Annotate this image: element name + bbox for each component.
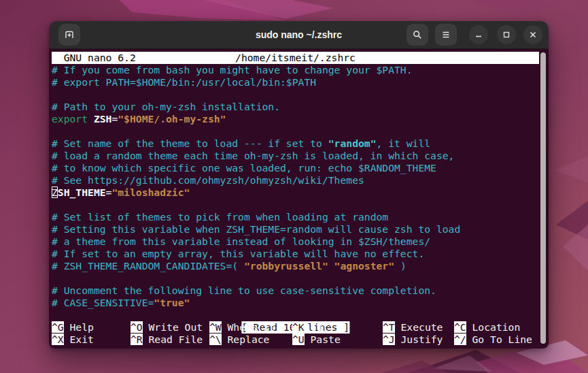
code-segment: # Set list of themes to pick from when l… bbox=[52, 211, 388, 223]
close-button[interactable] bbox=[523, 25, 542, 44]
new-tab-icon bbox=[64, 29, 75, 40]
code-segment: "true" bbox=[154, 297, 190, 308]
shortcut-label: Replace bbox=[222, 334, 270, 345]
shortcut-row: ^X Exit^R Read File^\ Replace^U Paste^J … bbox=[52, 334, 539, 346]
code-segment: # Set name of the theme to load --- if s… bbox=[52, 137, 328, 149]
editor-line: # export PATH=$HOME/bin:/usr/local/bin:$… bbox=[52, 76, 539, 88]
nano-shortcut: ^C Location bbox=[454, 321, 520, 334]
shortcut-label: Justify bbox=[395, 334, 443, 345]
status-row: [ Read 102 lines ] bbox=[52, 309, 539, 321]
code-segment: # ZSH_THEME_RANDOM_CANDIDATES=( bbox=[52, 260, 244, 272]
shortcut-key: ^\ bbox=[209, 334, 222, 345]
shortcut-rows: ^G Help^O Write Out^W Where Is^K Cut^T E… bbox=[52, 321, 539, 346]
editor-line: # a theme from this variable instead of … bbox=[52, 236, 539, 248]
maximize-icon bbox=[502, 30, 511, 39]
shortcut-key: ^U bbox=[292, 334, 305, 345]
shortcut-key: ^C bbox=[454, 321, 466, 333]
shortcut-key: ^/ bbox=[454, 334, 466, 345]
close-icon bbox=[528, 30, 538, 39]
editor-line: # ZSH_THEME_RANDOM_CANDIDATES=( "robbyru… bbox=[52, 260, 539, 272]
editor-line: ZSH_THEME="miloshadzic" bbox=[52, 186, 539, 199]
nano-shortcut: ^T Execute bbox=[383, 321, 443, 334]
code-segment: "robbyrussell" bbox=[244, 260, 328, 272]
maximize-button[interactable] bbox=[497, 25, 516, 44]
nano-editor: GNU nano 6.2 /home/itsmeit/.zshrc # If y… bbox=[52, 52, 539, 346]
terminal-scrollbar[interactable] bbox=[540, 52, 546, 344]
shortcut-label: Paste bbox=[305, 334, 341, 345]
file-path-label: /home/itsmeit/.zshrc bbox=[52, 52, 539, 64]
terminal-window: sudo nano ~/.zshrc bbox=[49, 21, 549, 348]
shortcut-label: Help bbox=[64, 321, 94, 333]
editor-line bbox=[52, 272, 539, 285]
code-segment: # load a random theme each time oh-my-zs… bbox=[52, 150, 454, 161]
nano-shortcut: ^U Paste bbox=[292, 334, 341, 346]
shortcut-label: Write Out bbox=[143, 321, 203, 333]
shortcut-key: ^G bbox=[52, 321, 64, 333]
editor-line: # Set list of themes to pick from when l… bbox=[52, 211, 539, 223]
shortcut-label: Execute bbox=[395, 321, 443, 333]
code-segment bbox=[328, 260, 334, 272]
code-segment: "agnoster" bbox=[334, 260, 394, 272]
editor-line: # to know which specific one was loaded,… bbox=[52, 162, 539, 174]
shortcut-label: Where Is bbox=[222, 321, 276, 333]
editor-line: # Uncomment the following line to use ca… bbox=[52, 285, 539, 297]
editor-line: # Set name of the theme to load --- if s… bbox=[52, 137, 539, 150]
code-segment: # See https://github.com/ohmyzsh/ohmyzsh… bbox=[52, 174, 364, 186]
terminal-screen[interactable]: GNU nano 6.2 /home/itsmeit/.zshrc # If y… bbox=[49, 49, 549, 348]
menu-button[interactable] bbox=[435, 24, 457, 46]
nano-shortcut: ^R Read File bbox=[131, 334, 203, 346]
nano-shortcut: ^X Exit bbox=[52, 334, 94, 346]
shortcut-key: ^O bbox=[131, 321, 143, 333]
search-button[interactable] bbox=[407, 24, 428, 46]
code-segment: # If you come from bash you might have t… bbox=[52, 64, 413, 76]
code-segment: export bbox=[52, 113, 88, 125]
code-segment bbox=[88, 113, 94, 125]
minimize-button[interactable] bbox=[469, 25, 488, 44]
shortcut-key: ^R bbox=[131, 334, 143, 345]
code-segment: # Path to your oh-my-zsh installation. bbox=[52, 101, 280, 112]
code-segment: # Uncomment the following line to use ca… bbox=[52, 285, 436, 296]
shortcut-key: ^T bbox=[383, 321, 395, 333]
code-segment: # a theme from this variable instead of … bbox=[52, 236, 430, 247]
code-segment: ) bbox=[394, 260, 407, 272]
shortcut-label: Cut bbox=[305, 321, 328, 333]
shortcut-key: ^J bbox=[383, 334, 395, 345]
shortcut-label: Exit bbox=[64, 334, 94, 345]
editor-line bbox=[52, 125, 539, 137]
text-cursor: Z bbox=[52, 186, 58, 198]
editor-line: # Path to your oh-my-zsh installation. bbox=[52, 101, 539, 113]
editor-line: # CASE_SENSITIVE="true" bbox=[52, 297, 539, 309]
nano-shortcut: ^K Cut bbox=[292, 321, 328, 334]
code-segment: "random" bbox=[328, 137, 377, 149]
editor-lines: # If you come from bash you might have t… bbox=[52, 64, 539, 309]
shortcut-key: ^W bbox=[209, 321, 222, 333]
shortcut-label: Go To Line bbox=[466, 334, 532, 345]
nano-shortcut: ^\ Replace bbox=[209, 334, 269, 346]
editor-line: # See https://github.com/ohmyzsh/ohmyzsh… bbox=[52, 174, 539, 186]
nano-shortcut: ^G Help bbox=[52, 321, 94, 334]
nano-shortcut: ^J Justify bbox=[383, 334, 443, 346]
code-segment: , it will bbox=[377, 137, 431, 149]
editor-line: # load a random theme each time oh-my-zs… bbox=[52, 150, 539, 162]
new-tab-button[interactable] bbox=[58, 24, 80, 46]
shortcut-label: Location bbox=[466, 321, 521, 333]
code-segment: # If set to an empty array, this variabl… bbox=[52, 248, 424, 259]
editor-line bbox=[52, 199, 539, 211]
code-segment: # CASE_SENSITIVE= bbox=[52, 297, 154, 308]
minimize-icon bbox=[474, 30, 483, 39]
editor-line: # If set to an empty array, this variabl… bbox=[52, 248, 539, 260]
code-segment: = bbox=[111, 113, 118, 125]
shortcut-key: ^K bbox=[292, 321, 305, 333]
nano-header-bar: GNU nano 6.2 /home/itsmeit/.zshrc bbox=[52, 52, 539, 64]
code-segment: # to know which specific one was loaded,… bbox=[52, 162, 436, 174]
shortcut-key: ^X bbox=[52, 334, 64, 345]
nano-shortcut: ^/ Go To Line bbox=[454, 334, 532, 346]
shortcut-row: ^G Help^O Write Out^W Where Is^K Cut^T E… bbox=[52, 321, 539, 334]
editor-line: export ZSH="$HOME/.oh-my-zsh" bbox=[52, 113, 539, 125]
editor-line bbox=[52, 88, 539, 101]
nano-shortcut: ^W Where Is bbox=[209, 321, 275, 334]
nano-shortcut: ^O Write Out bbox=[131, 321, 203, 334]
code-segment: "miloshadzic" bbox=[111, 186, 190, 198]
code-segment: # Setting this variable when ZSH_THEME=r… bbox=[52, 223, 460, 235]
window-titlebar[interactable]: sudo nano ~/.zshrc bbox=[49, 21, 549, 49]
